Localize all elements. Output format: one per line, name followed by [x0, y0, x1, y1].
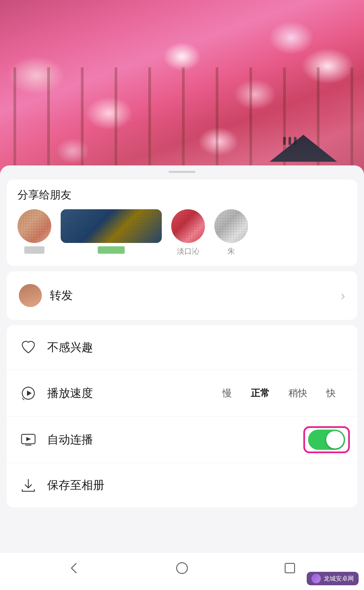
autoplay-label: 自动连播 [47, 432, 308, 447]
bottom-sheet: 分享给朋友 [0, 165, 364, 590]
home-button[interactable] [172, 558, 192, 578]
autoplay-toggle[interactable] [308, 430, 345, 450]
forward-chevron: › [341, 288, 345, 303]
not-interested-label: 不感兴趣 [47, 340, 345, 355]
drag-handle[interactable] [169, 171, 195, 173]
forward-label: 转发 [50, 288, 341, 303]
speed-normal[interactable]: 正常 [241, 383, 279, 404]
download-icon [19, 476, 38, 495]
playback-speed-row: 播放速度 慢 正常 稍快 快 [7, 370, 357, 416]
contact-label-1 [24, 246, 44, 256]
toggle-thumb [326, 431, 344, 448]
actions-section: 不感兴趣 播放速度 慢 正常 稍快 快 [7, 325, 357, 507]
speed-slow[interactable]: 慢 [213, 383, 241, 404]
pavilion-decoration [270, 121, 337, 162]
contact-label-2 [98, 246, 125, 256]
heart-icon [19, 338, 38, 357]
playback-icon [19, 384, 38, 403]
svg-rect-5 [285, 563, 295, 573]
people-decoration [283, 137, 297, 145]
contact-avatar-4 [214, 209, 248, 243]
autoplay-row: 自动连播 [7, 416, 357, 463]
save-label: 保存至相册 [47, 477, 345, 493]
contact-item-4[interactable]: 朱 [214, 209, 248, 256]
autoplay-icon [19, 430, 38, 449]
hero-image [0, 0, 364, 189]
user-avatar [19, 284, 42, 307]
not-interested-row[interactable]: 不感兴趣 [7, 325, 357, 370]
watermark: 龙城安卓网 [307, 572, 359, 585]
watermark-text: 龙城安卓网 [324, 575, 354, 583]
svg-point-4 [177, 563, 187, 573]
share-section: 分享给朋友 [7, 180, 357, 266]
contact-avatar-3 [171, 209, 205, 243]
watermark-icon [311, 574, 321, 583]
contact-item-wide[interactable] [61, 209, 162, 256]
forward-section: 转发 › [7, 271, 357, 320]
back-button[interactable] [64, 558, 84, 578]
autoplay-toggle-container [308, 430, 345, 450]
contact-item[interactable] [18, 209, 51, 256]
playback-speed-label: 播放速度 [47, 385, 213, 401]
contact-label-3: 淡口沁 [177, 246, 199, 256]
svg-marker-3 [26, 437, 31, 441]
speed-controls: 慢 正常 稍快 快 [213, 383, 345, 404]
speed-fast[interactable]: 快 [317, 383, 345, 404]
contact-label-4: 朱 [228, 246, 235, 256]
contact-item-3[interactable]: 淡口沁 [171, 209, 205, 256]
contact-avatar-1 [18, 209, 51, 243]
speed-slightly-fast[interactable]: 稍快 [279, 383, 317, 404]
share-contacts-list: 淡口沁 朱 [7, 209, 357, 256]
contact-avatar-2 [61, 209, 162, 243]
tree-decoration [0, 67, 364, 168]
share-title: 分享给朋友 [7, 188, 357, 209]
svg-marker-1 [27, 391, 32, 396]
recent-apps-button[interactable] [280, 558, 300, 578]
forward-row[interactable]: 转发 › [7, 271, 357, 320]
save-row[interactable]: 保存至相册 [7, 463, 357, 507]
